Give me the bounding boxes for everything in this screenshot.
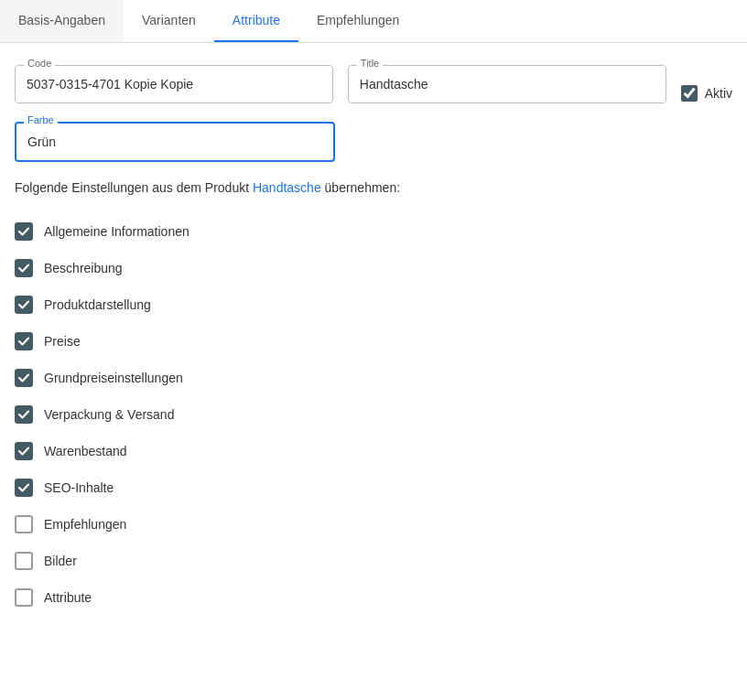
farbe-row: Farbe <box>15 122 732 162</box>
tab-varianten[interactable]: Varianten <box>124 0 214 42</box>
info-link[interactable]: Handtasche <box>253 180 321 195</box>
tab-empfehlungen[interactable]: Empfehlungen <box>298 0 417 42</box>
checkbox-item-beschreibung[interactable]: Beschreibung <box>15 250 732 286</box>
main-content: Code Title Aktiv Farbe Folgende Einstell… <box>0 43 747 638</box>
tab-attribute[interactable]: Attribute <box>214 0 298 42</box>
checkbox-item-empfehlungen[interactable]: Empfehlungen <box>15 506 732 543</box>
title-input[interactable] <box>348 65 666 103</box>
checkbox-item-verpackung[interactable]: Verpackung & Versand <box>15 396 732 433</box>
checkbox-verpackung[interactable] <box>15 405 33 424</box>
checkbox-label-preise: Preise <box>44 334 81 349</box>
checkbox-item-grundpreis[interactable]: Grundpreiseinstellungen <box>15 360 732 396</box>
checkbox-label-attribute: Attribute <box>44 590 92 605</box>
checkbox-item-bilder[interactable]: Bilder <box>15 543 732 579</box>
checkbox-item-seo[interactable]: SEO-Inhalte <box>15 469 732 506</box>
farbe-input[interactable] <box>15 122 335 162</box>
checkbox-item-allgemeine[interactable]: Allgemeine Informationen <box>15 213 732 250</box>
checkbox-warenbestand[interactable] <box>15 442 33 460</box>
checkbox-beschreibung[interactable] <box>15 259 33 277</box>
title-field-group: Title <box>348 65 666 103</box>
tab-basis-angaben[interactable]: Basis-Angaben <box>0 0 124 42</box>
checkbox-list: Allgemeine Informationen Beschreibung Pr… <box>15 213 732 616</box>
tab-bar: Basis-Angaben Varianten Attribute Empfeh… <box>0 0 747 43</box>
checkbox-grundpreis[interactable] <box>15 369 33 387</box>
checkbox-allgemeine[interactable] <box>15 222 33 241</box>
checkbox-label-grundpreis: Grundpreiseinstellungen <box>44 371 183 385</box>
code-input[interactable] <box>15 65 333 103</box>
checkbox-label-empfehlungen: Empfehlungen <box>44 517 126 532</box>
checkbox-label-beschreibung: Beschreibung <box>44 261 123 275</box>
info-text-before: Folgende Einstellungen aus dem Produkt <box>15 180 253 195</box>
checkbox-item-produktdarstellung[interactable]: Produktdarstellung <box>15 286 732 323</box>
checkbox-item-attribute[interactable]: Attribute <box>15 579 732 616</box>
farbe-field-group: Farbe <box>15 122 335 162</box>
checkbox-item-preise[interactable]: Preise <box>15 323 732 360</box>
aktiv-checkbox[interactable] <box>681 85 698 102</box>
checkbox-produktdarstellung[interactable] <box>15 296 33 314</box>
aktiv-row: Aktiv <box>681 85 732 103</box>
code-title-row: Code Title Aktiv <box>15 65 732 103</box>
checkbox-attribute[interactable] <box>15 588 33 607</box>
info-text: Folgende Einstellungen aus dem Produkt H… <box>15 180 732 195</box>
checkbox-label-allgemeine: Allgemeine Informationen <box>44 224 189 239</box>
info-text-after: übernehmen: <box>321 180 400 195</box>
checkbox-bilder[interactable] <box>15 552 33 570</box>
checkbox-label-bilder: Bilder <box>44 554 77 568</box>
checkbox-label-seo: SEO-Inhalte <box>44 480 114 495</box>
aktiv-label: Aktiv <box>705 86 732 101</box>
checkbox-preise[interactable] <box>15 332 33 350</box>
code-field-group: Code <box>15 65 333 103</box>
checkbox-label-verpackung: Verpackung & Versand <box>44 407 174 422</box>
checkbox-item-warenbestand[interactable]: Warenbestand <box>15 433 732 469</box>
checkbox-seo[interactable] <box>15 479 33 497</box>
checkbox-empfehlungen[interactable] <box>15 515 33 533</box>
checkbox-label-warenbestand: Warenbestand <box>44 444 127 458</box>
checkbox-label-produktdarstellung: Produktdarstellung <box>44 297 151 312</box>
